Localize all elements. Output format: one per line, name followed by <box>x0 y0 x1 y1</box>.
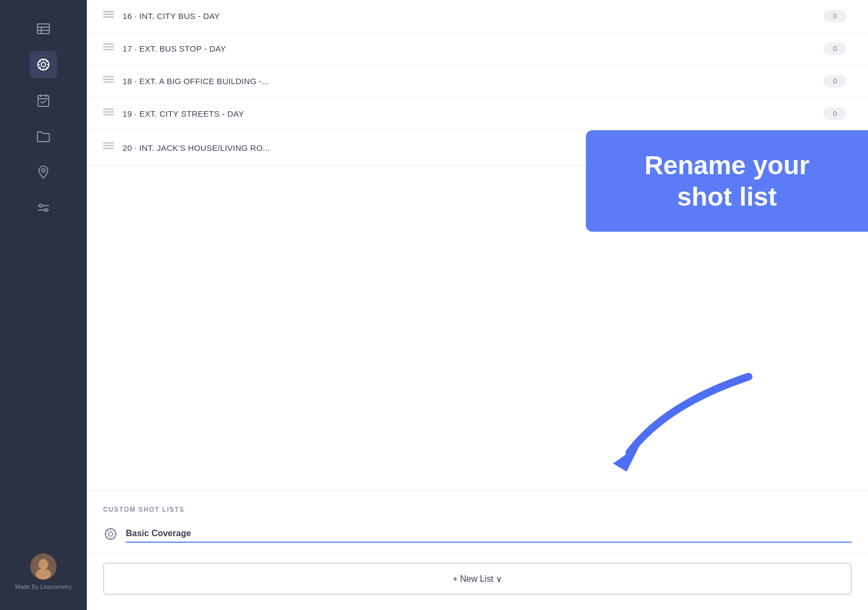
svg-rect-40 <box>103 114 114 116</box>
svg-marker-54 <box>613 444 640 472</box>
svg-rect-30 <box>103 14 114 15</box>
arrow-graphic <box>564 366 770 485</box>
callout-line2: shot list <box>677 182 777 211</box>
svg-rect-43 <box>103 148 114 149</box>
scene-name-16: 16 · INT. CITY BUS - DAY <box>123 11 824 21</box>
svg-point-21 <box>40 205 42 207</box>
sidebar-item-files[interactable] <box>30 123 57 150</box>
svg-rect-39 <box>103 111 114 113</box>
new-list-button-label: + New List ∨ <box>452 574 502 584</box>
svg-rect-0 <box>37 24 49 34</box>
svg-point-45 <box>108 532 113 536</box>
svg-line-51 <box>113 537 114 538</box>
svg-rect-14 <box>38 96 49 106</box>
svg-line-50 <box>107 530 108 531</box>
custom-list-item <box>103 523 852 544</box>
svg-line-53 <box>107 537 108 538</box>
sidebar-item-table[interactable] <box>30 15 57 42</box>
callout-text: Rename your shot list <box>610 150 844 212</box>
svg-line-13 <box>40 67 41 68</box>
sidebar-item-shotlist[interactable] <box>30 51 57 78</box>
custom-shot-lists-section: CUSTOM SHOT LISTS <box>87 490 868 552</box>
svg-rect-35 <box>103 76 114 78</box>
avatar[interactable] <box>30 554 56 580</box>
svg-rect-37 <box>103 81 114 83</box>
drag-handle-icon <box>103 11 114 22</box>
shot-list-icon <box>103 526 118 544</box>
sidebar-item-locations[interactable] <box>30 158 57 186</box>
scene-count-17: 0 <box>824 42 846 55</box>
scene-count-18: 0 <box>824 75 846 87</box>
scene-item-18: 18 · EXT. A BIG OFFICE BUILDING -... 0 <box>87 65 868 98</box>
svg-rect-34 <box>103 49 114 50</box>
svg-rect-32 <box>103 43 114 45</box>
drag-handle-icon-18 <box>103 76 114 87</box>
svg-line-11 <box>46 67 47 68</box>
sidebar-item-schedule[interactable] <box>30 87 57 114</box>
svg-line-10 <box>40 61 41 62</box>
scene-name-19: 19 · EXT. CITY STREETS - DAY <box>123 109 824 118</box>
new-list-button[interactable]: + New List ∨ <box>103 563 852 595</box>
drag-handle-icon-20 <box>103 142 114 153</box>
svg-line-52 <box>113 530 114 531</box>
svg-point-25 <box>36 569 51 580</box>
custom-section-title: CUSTOM SHOT LISTS <box>103 506 852 513</box>
svg-rect-36 <box>103 79 114 80</box>
main-content: 16 · INT. CITY BUS - DAY 0 17 · EXT. BUS… <box>87 0 868 610</box>
svg-point-22 <box>45 209 48 212</box>
svg-point-18 <box>42 169 45 172</box>
svg-rect-42 <box>103 145 114 147</box>
svg-rect-33 <box>103 46 114 48</box>
sidebar-username: Made By Leanometry <box>10 583 78 590</box>
svg-rect-38 <box>103 109 114 110</box>
scene-item-16: 16 · INT. CITY BUS - DAY 0 <box>87 0 868 33</box>
scene-item-19: 19 · EXT. CITY STREETS - DAY 0 <box>87 98 868 130</box>
scene-name-17: 17 · EXT. BUS STOP - DAY <box>123 44 824 53</box>
custom-list-name-input[interactable] <box>126 528 852 543</box>
scene-name-18: 18 · EXT. A BIG OFFICE BUILDING -... <box>123 77 824 86</box>
callout-box: Rename your shot list <box>586 130 868 232</box>
sidebar: Made By Leanometry <box>0 0 87 610</box>
svg-rect-29 <box>103 11 114 12</box>
scene-count-16: 0 <box>824 10 846 22</box>
svg-point-24 <box>39 559 48 570</box>
svg-rect-31 <box>103 16 114 18</box>
svg-line-12 <box>46 61 47 62</box>
bottom-bar: + New List ∨ <box>87 552 868 610</box>
scene-item-17: 17 · EXT. BUS STOP - DAY 0 <box>87 33 868 65</box>
drag-handle-icon-17 <box>103 43 114 54</box>
callout-line1: Rename your <box>644 151 809 180</box>
scene-count-19: 0 <box>824 107 846 120</box>
drag-handle-icon-19 <box>103 109 114 119</box>
svg-point-5 <box>41 62 46 67</box>
sidebar-item-settings[interactable] <box>30 194 57 221</box>
svg-rect-41 <box>103 142 114 144</box>
custom-list-input-wrap <box>126 528 852 543</box>
